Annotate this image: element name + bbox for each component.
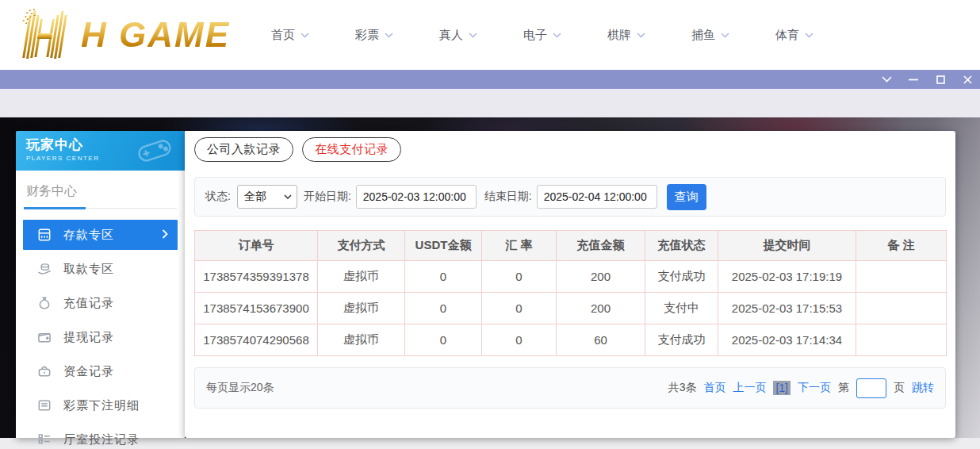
nav-item-4[interactable]: 棋牌 — [607, 28, 645, 43]
status-select[interactable]: 全部 — [237, 185, 297, 209]
table-header-cell: 充值状态 — [645, 231, 718, 261]
table-header-cell: 提交时间 — [718, 231, 856, 261]
nav-item-label: 捕鱼 — [691, 28, 715, 43]
chevron-down-icon — [301, 33, 309, 38]
nav-item-6[interactable]: 体育 — [775, 28, 813, 43]
record-tabs: 公司入款记录在线支付记录 — [194, 137, 946, 162]
end-date-input[interactable] — [537, 185, 657, 209]
nav-item-label: 首页 — [271, 28, 295, 43]
table-row: 1738574153673900虚拟币00200支付中2025-02-03 17… — [195, 293, 947, 324]
table-cell: 60 — [557, 324, 645, 356]
maximize-icon[interactable] — [934, 73, 947, 86]
sidebar-item-5[interactable]: 彩票下注明细 — [23, 390, 178, 420]
tab-1[interactable]: 在线支付记录 — [302, 137, 401, 162]
sidebar-menu: 存款专区取款专区充值记录提现记录资金记录彩票下注明细厅室投注记录 — [16, 220, 185, 449]
page-size-text: 每页显示20条 — [206, 381, 274, 395]
minimize-icon[interactable] — [907, 73, 920, 86]
nav-item-3[interactable]: 电子 — [523, 28, 561, 43]
table-header-cell: 充值金额 — [557, 231, 645, 261]
pagination-total: 共3条 — [668, 381, 697, 395]
table-body: 1738574359391378虚拟币00200支付成功2025-02-03 1… — [195, 261, 947, 356]
nav-item-1[interactable]: 彩票 — [355, 28, 393, 43]
pagination: 共3条 首页 上一页 [1] 下一页 第 页 跳转 — [668, 378, 934, 398]
table-cell: 支付中 — [645, 293, 718, 324]
table-header-cell: 订单号 — [195, 231, 318, 261]
pagination-current-page: [1] — [773, 381, 791, 395]
sidebar-item-label: 厅室投注记录 — [63, 432, 140, 447]
titlebar-chevron-down-icon[interactable] — [880, 73, 893, 86]
table-cell: 1738574153673900 — [195, 293, 318, 324]
sidebar-item-label: 存款专区 — [63, 228, 114, 243]
sub-header-band — [0, 89, 980, 117]
chevron-right-icon — [162, 228, 168, 242]
sidebar-item-1[interactable]: 取款专区 — [23, 254, 178, 284]
chevron-down-icon — [553, 33, 561, 38]
nav-item-label: 体育 — [775, 28, 799, 43]
table-cell: 200 — [557, 261, 645, 293]
nav-item-label: 棋牌 — [607, 28, 631, 43]
table-cell: 200 — [557, 293, 645, 324]
page-jump-input[interactable] — [856, 378, 886, 398]
sidebar-item-2[interactable]: 充值记录 — [23, 288, 178, 318]
withdrawal-record-icon — [36, 328, 53, 346]
table-cell — [856, 293, 947, 324]
nav-item-label: 真人 — [439, 28, 463, 43]
sidebar-item-6[interactable]: 厅室投注记录 — [23, 424, 178, 449]
sidebar: 玩家中心 PLAYERS CENTER 财务中心 存款专区取款专区充值记录提现记… — [16, 131, 185, 438]
table-cell: 支付成功 — [645, 261, 718, 293]
table-header-cell: 支付方式 — [318, 231, 405, 261]
start-date-label: 开始日期: — [304, 190, 351, 204]
logo-text: H GAME — [81, 15, 230, 55]
table-footer: 每页显示20条 共3条 首页 上一页 [1] 下一页 第 页 跳转 — [194, 367, 946, 409]
query-button[interactable]: 查询 — [667, 184, 706, 210]
filter-bar: 状态: 全部 开始日期: 结束日期: 查询 — [194, 177, 946, 217]
table-cell — [856, 324, 947, 356]
deposit-icon — [36, 226, 53, 244]
table-row: 1738574074290568虚拟币0060支付成功2025-02-03 17… — [195, 324, 947, 356]
end-date-label: 结束日期: — [484, 190, 532, 204]
status-label: 状态: — [205, 190, 231, 204]
records-table: 订单号支付方式USDT金额汇 率充值金额充值状态提交时间备 注 17385743… — [194, 230, 947, 356]
pagination-jump-prefix: 第 — [838, 381, 849, 395]
table-header-cell: USDT金额 — [405, 231, 482, 261]
lottery-bets-icon — [36, 397, 53, 414]
status-select-value: 全部 — [244, 190, 266, 204]
chevron-down-icon — [385, 33, 393, 38]
sidebar-item-label: 取款专区 — [63, 262, 114, 277]
table-cell: 支付成功 — [645, 324, 718, 356]
table-cell: 1738574359391378 — [195, 261, 318, 293]
nav-item-0[interactable]: 首页 — [271, 28, 309, 43]
sidebar-section-label: 财务中心 — [26, 184, 77, 198]
table-header-cell: 汇 率 — [482, 231, 557, 261]
pagination-first-link[interactable]: 首页 — [703, 381, 725, 395]
close-icon[interactable] — [961, 73, 974, 86]
hall-bets-icon — [36, 431, 53, 448]
nav-item-5[interactable]: 捕鱼 — [691, 28, 729, 43]
pagination-prev-link[interactable]: 上一页 — [733, 381, 766, 395]
start-date-input[interactable] — [356, 185, 477, 209]
sidebar-section-header: 财务中心 — [24, 171, 177, 209]
table-cell: 虚拟币 — [318, 261, 405, 293]
chevron-down-icon — [721, 33, 729, 38]
window-titlebar — [0, 70, 980, 89]
sidebar-item-label: 提现记录 — [63, 330, 114, 345]
table-cell: 2025-02-03 17:19:19 — [718, 261, 856, 293]
pagination-jump-link[interactable]: 跳转 — [912, 381, 934, 395]
main-nav: 首页彩票真人电子棋牌捕鱼体育 — [271, 28, 813, 43]
nav-item-2[interactable]: 真人 — [439, 28, 477, 43]
funds-record-icon — [36, 363, 53, 380]
table-cell: 0 — [482, 324, 557, 356]
table-cell: 虚拟币 — [318, 324, 405, 356]
brand-logo[interactable]: H GAME — [19, 9, 233, 61]
sidebar-item-label: 资金记录 — [63, 364, 114, 379]
app: H GAME 首页彩票真人电子棋牌捕鱼体育 玩家中心 PLAYERS CENTE… — [0, 0, 980, 449]
pagination-next-link[interactable]: 下一页 — [798, 381, 831, 395]
chevron-down-icon — [469, 33, 477, 38]
nav-item-label: 彩票 — [355, 28, 379, 43]
tab-0[interactable]: 公司入款记录 — [194, 137, 293, 162]
table-cell: 1738574074290568 — [195, 324, 318, 356]
sidebar-item-3[interactable]: 提现记录 — [23, 322, 178, 352]
sidebar-item-0[interactable]: 存款专区 — [23, 220, 178, 250]
nav-item-label: 电子 — [523, 28, 547, 43]
sidebar-item-4[interactable]: 资金记录 — [23, 356, 178, 386]
